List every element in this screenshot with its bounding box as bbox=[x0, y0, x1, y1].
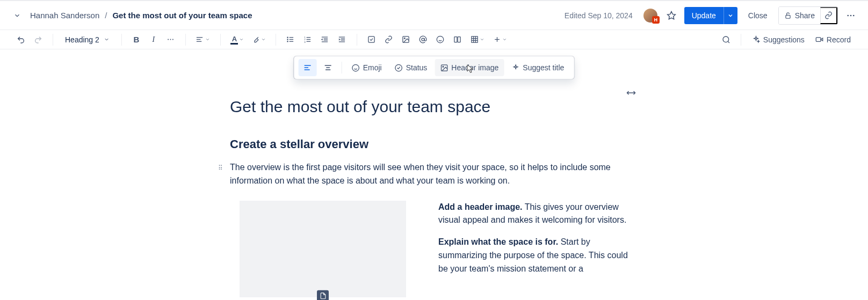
share-button[interactable]: Share bbox=[779, 7, 820, 24]
find-button[interactable] bbox=[718, 32, 734, 48]
svg-point-34 bbox=[422, 38, 424, 41]
avatar[interactable]: H bbox=[642, 8, 659, 24]
more-actions-button[interactable] bbox=[842, 7, 859, 24]
breadcrumb-expand-button[interactable] bbox=[9, 7, 26, 24]
image-button[interactable] bbox=[398, 32, 414, 48]
svg-marker-0 bbox=[667, 11, 675, 19]
bullet-list-button[interactable] bbox=[283, 32, 299, 48]
update-dropdown-button[interactable] bbox=[724, 7, 737, 24]
smile-icon bbox=[436, 35, 444, 43]
more-formatting-button[interactable] bbox=[163, 32, 179, 48]
width-resize-handle[interactable] bbox=[625, 87, 637, 99]
numbered-list-icon: 123 bbox=[303, 35, 312, 43]
svg-rect-39 bbox=[458, 37, 460, 42]
svg-point-12 bbox=[287, 39, 288, 40]
insert-dropdown[interactable] bbox=[489, 32, 511, 48]
numbered-list-button[interactable]: 123 bbox=[300, 32, 316, 48]
paragraph-text: The overview is the first page visitors … bbox=[230, 163, 611, 185]
svg-rect-40 bbox=[472, 36, 478, 42]
drag-handle-icon[interactable]: ⠿ bbox=[218, 163, 222, 173]
outdent-button[interactable] bbox=[317, 32, 333, 48]
copy-link-button[interactable] bbox=[820, 7, 837, 24]
chevron-down-icon bbox=[480, 37, 484, 42]
italic-button[interactable]: I bbox=[146, 32, 162, 48]
svg-point-57 bbox=[352, 64, 359, 71]
svg-point-5 bbox=[168, 39, 169, 40]
svg-point-2 bbox=[847, 14, 849, 16]
bullet-list-icon bbox=[286, 35, 294, 43]
undo-button[interactable] bbox=[13, 32, 29, 48]
columns-icon bbox=[453, 35, 461, 43]
outdent-icon bbox=[321, 35, 329, 43]
svg-point-4 bbox=[853, 14, 855, 16]
status-label: Status bbox=[406, 63, 428, 72]
add-status-button[interactable]: Status bbox=[389, 59, 433, 76]
tip-bold: Add a header image. bbox=[438, 202, 523, 211]
update-button[interactable]: Update bbox=[684, 7, 724, 24]
indent-button[interactable] bbox=[334, 32, 350, 48]
add-header-image-button[interactable]: Header image bbox=[435, 59, 504, 76]
tip-paragraph[interactable]: Explain what the space is for. Start by … bbox=[438, 236, 638, 275]
bold-button[interactable]: B bbox=[128, 32, 144, 48]
align-center-button[interactable] bbox=[319, 59, 337, 76]
svg-point-6 bbox=[170, 39, 171, 40]
file-icon bbox=[317, 290, 329, 300]
edited-timestamp: Edited Sep 10, 2024 bbox=[565, 11, 633, 20]
breadcrumb: Hannah Sanderson / Get the most out of y… bbox=[30, 11, 252, 20]
text-style-dropdown[interactable]: Heading 2 bbox=[60, 32, 115, 48]
mention-button[interactable] bbox=[415, 32, 431, 48]
align-center-icon bbox=[324, 63, 332, 72]
table-dropdown[interactable] bbox=[467, 32, 488, 48]
svg-point-60 bbox=[395, 64, 402, 71]
svg-point-11 bbox=[287, 37, 288, 38]
redo-button[interactable] bbox=[30, 32, 46, 48]
at-sign-icon bbox=[419, 35, 427, 43]
emoji-button[interactable] bbox=[432, 32, 449, 48]
svg-point-35 bbox=[437, 36, 444, 43]
action-item-button[interactable] bbox=[364, 32, 380, 48]
svg-point-7 bbox=[172, 39, 173, 40]
indent-icon bbox=[338, 35, 346, 43]
video-icon bbox=[815, 35, 823, 43]
checkbox-icon bbox=[367, 35, 375, 43]
bold-icon: B bbox=[133, 35, 139, 44]
text-color-dropdown[interactable]: A bbox=[227, 32, 248, 48]
align-left-icon bbox=[303, 63, 312, 72]
table-icon bbox=[471, 35, 479, 43]
more-horizontal-icon bbox=[846, 11, 856, 20]
header-image-label: Header image bbox=[451, 63, 498, 72]
breadcrumb-user[interactable]: Hannah Sanderson bbox=[30, 11, 99, 20]
star-button[interactable] bbox=[663, 7, 680, 24]
highlight-dropdown[interactable] bbox=[249, 32, 269, 48]
smile-icon bbox=[352, 64, 360, 72]
status-icon bbox=[395, 64, 403, 72]
chevron-down-icon bbox=[727, 12, 734, 19]
chevron-down-icon bbox=[261, 37, 266, 42]
chevron-down-icon bbox=[205, 37, 210, 42]
tip-paragraph[interactable]: Add a header image. This gives your over… bbox=[438, 201, 638, 228]
lock-icon bbox=[784, 12, 792, 19]
suggestions-button[interactable]: Suggestions bbox=[748, 32, 809, 48]
link-button[interactable] bbox=[381, 32, 397, 48]
paragraph[interactable]: ⠿ The overview is the first page visitor… bbox=[230, 161, 638, 188]
layouts-button[interactable] bbox=[450, 32, 466, 48]
image-icon bbox=[440, 64, 448, 72]
add-emoji-button[interactable]: Emoji bbox=[346, 59, 387, 76]
record-button[interactable]: Record bbox=[811, 32, 855, 48]
svg-text:3: 3 bbox=[305, 41, 306, 43]
breadcrumb-title[interactable]: Get the most out of your team space bbox=[112, 11, 252, 20]
page-title[interactable]: Get the most out of your team space bbox=[230, 98, 638, 116]
svg-rect-49 bbox=[816, 38, 821, 42]
suggest-title-button[interactable]: Suggest title bbox=[506, 59, 569, 76]
redo-icon bbox=[34, 35, 42, 44]
section-heading[interactable]: Create a stellar overview bbox=[230, 137, 638, 151]
tip-bold: Explain what the space is for. bbox=[438, 237, 558, 246]
image-icon bbox=[402, 35, 410, 43]
svg-rect-38 bbox=[454, 37, 457, 42]
image-placeholder[interactable] bbox=[240, 201, 406, 297]
text-color-icon: A bbox=[232, 35, 237, 43]
close-button[interactable]: Close bbox=[742, 7, 774, 24]
alignment-dropdown[interactable] bbox=[192, 32, 214, 48]
svg-point-13 bbox=[287, 41, 288, 42]
align-left-button[interactable] bbox=[299, 59, 317, 76]
